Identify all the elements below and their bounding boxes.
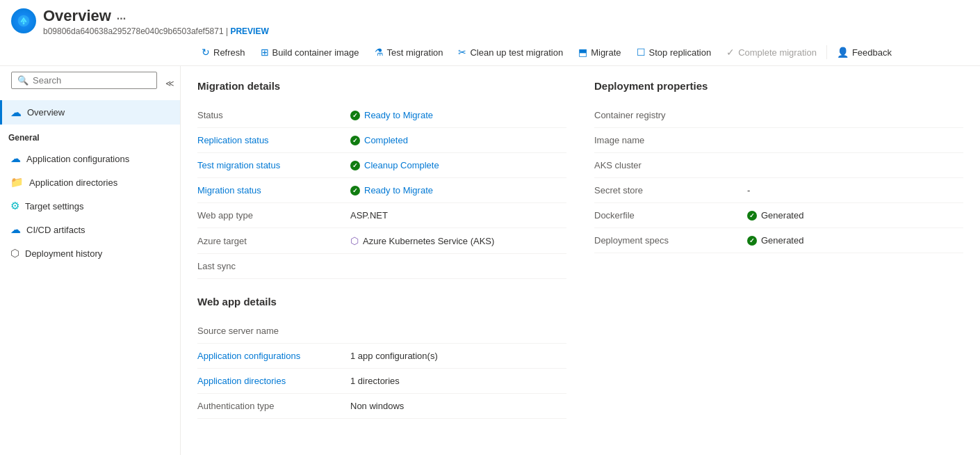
sidebar-item-cicd[interactable]: ☁ CI/CD artifacts bbox=[0, 218, 180, 241]
status-dot-ok bbox=[350, 111, 360, 120]
stop-icon: ☐ bbox=[637, 47, 646, 58]
app-config-icon: ☁ bbox=[10, 152, 21, 165]
app-configs-label[interactable]: Application configurations bbox=[197, 351, 350, 361]
table-row: Azure target ⬡ Azure Kubernetes Service … bbox=[197, 228, 566, 254]
migration-details-section: Migration details Status Ready to Migrat… bbox=[197, 80, 566, 279]
app-dirs-value: 1 directories bbox=[350, 376, 566, 386]
sidebar: 🔍 ≪ ☁ Overview General ☁ Application con… bbox=[0, 66, 181, 455]
table-row: Container registry bbox=[594, 103, 963, 128]
web-app-details-title: Web app details bbox=[197, 296, 566, 308]
clean-up-button[interactable]: ✂ Clean up test migration bbox=[451, 43, 570, 61]
table-row: Application configurations 1 app configu… bbox=[197, 344, 566, 369]
sidebar-group-general: General bbox=[0, 125, 180, 147]
deployment-specs-status-dot bbox=[747, 236, 757, 246]
test-migration-button[interactable]: ⚗ Test migration bbox=[368, 43, 450, 61]
page-title: Overview ... bbox=[43, 7, 269, 25]
app-configs-value: 1 app configuration(s) bbox=[350, 351, 566, 361]
table-row: Application directories 1 directories bbox=[197, 369, 566, 394]
refresh-button[interactable]: ↻ Refresh bbox=[195, 43, 252, 61]
more-options-icon[interactable]: ... bbox=[117, 10, 126, 22]
sidebar-item-app-dirs[interactable]: 📁 Application directories bbox=[0, 170, 180, 194]
cicd-icon: ☁ bbox=[10, 223, 21, 236]
build-container-button[interactable]: ⊞ Build container image bbox=[254, 43, 366, 61]
auth-type-value: Non windows bbox=[350, 401, 566, 411]
replication-status-label[interactable]: Replication status bbox=[197, 135, 350, 145]
migration-status-label[interactable]: Migration status bbox=[197, 185, 350, 195]
table-row: AKS cluster bbox=[594, 153, 963, 178]
table-row: Replication status Completed bbox=[197, 128, 566, 153]
target-icon: ⚙ bbox=[10, 200, 19, 212]
table-row: Secret store - bbox=[594, 178, 963, 203]
overview-icon: ☁ bbox=[10, 106, 22, 119]
complete-icon: ✓ bbox=[726, 47, 735, 58]
search-input[interactable] bbox=[33, 75, 151, 86]
app-dir-icon: 📁 bbox=[10, 176, 24, 189]
table-row: Migration status Ready to Migrate bbox=[197, 178, 566, 203]
web-app-type-value: ASP.NET bbox=[350, 210, 566, 221]
web-app-details-section: Web app details Source server name Appli… bbox=[197, 296, 566, 419]
dockerfile-value: Generated bbox=[761, 210, 803, 221]
status-dot-ok bbox=[350, 186, 360, 195]
deployment-properties-section: Deployment properties Container registry… bbox=[594, 80, 963, 253]
migration-details-title: Migration details bbox=[197, 80, 566, 92]
search-icon: 🔍 bbox=[17, 75, 28, 86]
sidebar-item-deploy-history[interactable]: ⬡ Deployment history bbox=[0, 241, 180, 265]
separator bbox=[826, 45, 827, 59]
deploy-icon: ⬡ bbox=[10, 247, 19, 260]
complete-migration-button[interactable]: ✓ Complete migration bbox=[719, 43, 824, 61]
table-row: Web app type ASP.NET bbox=[197, 203, 566, 228]
table-row: Deployment specs Generated bbox=[594, 228, 963, 253]
svg-point-0 bbox=[23, 22, 25, 24]
collapse-button[interactable]: ≪ bbox=[165, 79, 174, 88]
deployment-specs-value: Generated bbox=[761, 235, 803, 246]
app-icon bbox=[11, 8, 36, 33]
feedback-icon: 👤 bbox=[837, 47, 849, 58]
table-row: Authentication type Non windows bbox=[197, 394, 566, 419]
build-icon: ⊞ bbox=[261, 47, 269, 58]
status-dot-ok bbox=[350, 161, 360, 170]
table-row: Status Ready to Migrate bbox=[197, 103, 566, 128]
test-migration-status-label[interactable]: Test migration status bbox=[197, 160, 350, 170]
migrate-icon: ⬒ bbox=[578, 47, 587, 58]
dockerfile-status-dot bbox=[747, 211, 757, 221]
search-box[interactable]: 🔍 bbox=[11, 72, 157, 89]
replication-status-value[interactable]: Completed bbox=[364, 135, 408, 145]
status-value-link[interactable]: Ready to Migrate bbox=[364, 110, 433, 120]
refresh-icon: ↻ bbox=[202, 47, 210, 58]
test-icon: ⚗ bbox=[375, 47, 384, 58]
table-row: Last sync bbox=[197, 254, 566, 279]
migrate-button[interactable]: ⬒ Migrate bbox=[571, 43, 628, 61]
sidebar-item-target-settings[interactable]: ⚙ Target settings bbox=[0, 194, 180, 218]
app-dirs-label[interactable]: Application directories bbox=[197, 376, 350, 386]
deployment-properties-title: Deployment properties bbox=[594, 80, 963, 92]
stop-replication-button[interactable]: ☐ Stop replication bbox=[630, 43, 719, 61]
aks-icon: ⬡ bbox=[350, 235, 359, 246]
status-dot-ok bbox=[350, 136, 360, 145]
table-row: Test migration status Cleanup Complete bbox=[197, 153, 566, 178]
table-row: Dockerfile Generated bbox=[594, 203, 963, 228]
feedback-button[interactable]: 👤 Feedback bbox=[830, 43, 899, 61]
main-content: Migration details Status Ready to Migrat… bbox=[181, 66, 980, 455]
toolbar: ↻ Refresh ⊞ Build container image ⚗ Test… bbox=[0, 39, 980, 66]
clean-icon: ✂ bbox=[458, 47, 466, 58]
table-row: Image name bbox=[594, 128, 963, 153]
table-row: Source server name bbox=[197, 319, 566, 344]
migration-status-value[interactable]: Ready to Migrate bbox=[364, 185, 433, 195]
secret-store-value: - bbox=[747, 185, 963, 195]
sidebar-item-overview[interactable]: ☁ Overview bbox=[0, 100, 180, 125]
test-migration-status-value[interactable]: Cleanup Complete bbox=[364, 160, 439, 170]
resource-id: b09806da640638a295278e040c9b6503afef5871… bbox=[43, 26, 269, 36]
azure-target-value: Azure Kubernetes Service (AKS) bbox=[363, 236, 494, 246]
sidebar-item-app-configs[interactable]: ☁ Application configurations bbox=[0, 147, 180, 170]
